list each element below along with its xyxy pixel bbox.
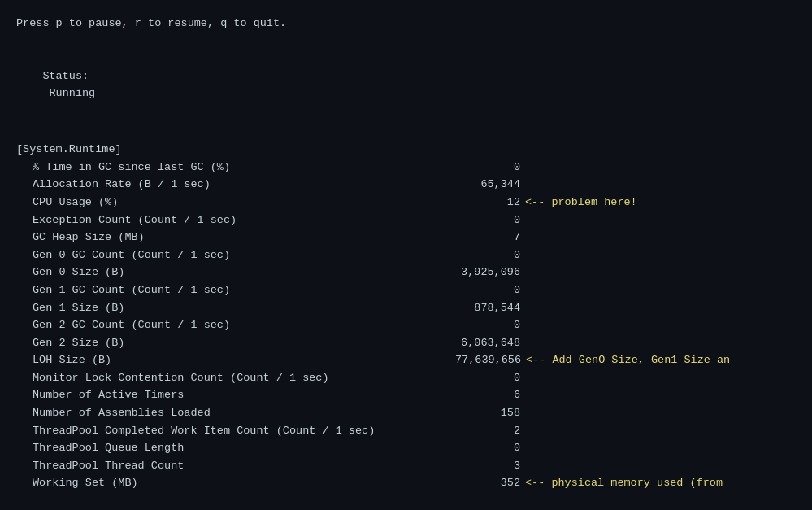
metric-label: CPU Usage (%) bbox=[33, 194, 455, 211]
metric-value: 6 bbox=[455, 386, 520, 404]
metric-value: 7 bbox=[455, 229, 520, 246]
metric-value: 0 bbox=[455, 369, 520, 387]
metric-comment: <-- problem here! bbox=[525, 194, 637, 211]
table-row: ThreadPool Thread Count3 bbox=[0, 457, 812, 475]
table-row: Gen 2 GC Count (Count / 1 sec)0 bbox=[0, 316, 812, 334]
header-instruction: Press p to pause, r to resume, q to quit… bbox=[0, 15, 812, 33]
table-row: ThreadPool Queue Length0 bbox=[0, 439, 812, 457]
table-row: ThreadPool Completed Work Item Count (Co… bbox=[0, 422, 812, 440]
metric-value: 0 bbox=[455, 439, 520, 457]
table-row: Gen 0 Size (B)3,925,096 bbox=[0, 264, 812, 281]
metric-label: ThreadPool Queue Length bbox=[33, 439, 455, 457]
table-row: Working Set (MB)352 <-- physical memory … bbox=[0, 474, 812, 492]
metric-label: Allocation Rate (B / 1 sec) bbox=[33, 176, 455, 194]
status-label: Status: bbox=[42, 70, 89, 82]
metric-value: 77,639,656 bbox=[455, 351, 521, 369]
metric-value: 0 bbox=[455, 316, 520, 334]
metric-label: ThreadPool Completed Work Item Count (Co… bbox=[33, 422, 455, 440]
metric-value: 352 bbox=[455, 474, 520, 492]
metric-label: Gen 2 GC Count (Count / 1 sec) bbox=[33, 316, 455, 334]
table-row: Number of Active Timers6 bbox=[0, 386, 812, 404]
metric-value: 6,063,648 bbox=[455, 334, 520, 352]
metric-comment: <-- Add GenO Size, Gen1 Size an bbox=[526, 351, 730, 369]
table-row: Gen 0 GC Count (Count / 1 sec)0 bbox=[0, 246, 812, 264]
metric-label: Gen 0 Size (B) bbox=[33, 264, 455, 281]
metric-value: 2 bbox=[455, 422, 520, 440]
table-row: Monitor Lock Contention Count (Count / 1… bbox=[0, 369, 812, 387]
terminal-window: Press p to pause, r to resume, q to quit… bbox=[0, 8, 812, 499]
metric-label: Gen 1 Size (B) bbox=[33, 299, 455, 317]
table-row: Gen 1 Size (B)878,544 bbox=[0, 299, 812, 317]
metric-value: 0 bbox=[455, 159, 520, 177]
metrics-list: % Time in GC since last GC (%)0Allocatio… bbox=[0, 159, 812, 492]
metric-value: 3,925,096 bbox=[455, 264, 520, 281]
table-row: Gen 1 GC Count (Count / 1 sec)0 bbox=[0, 281, 812, 299]
table-row: CPU Usage (%)12 <-- problem here! bbox=[0, 194, 812, 211]
metric-value: 12 bbox=[455, 194, 520, 211]
metric-value: 3 bbox=[455, 457, 520, 475]
metric-label: GC Heap Size (MB) bbox=[33, 229, 455, 246]
status-line: Status: Running bbox=[0, 50, 812, 120]
metric-value: 878,544 bbox=[455, 299, 520, 317]
metric-value: 65,344 bbox=[455, 176, 520, 194]
metric-label: LOH Size (B) bbox=[33, 351, 455, 369]
metric-label: Working Set (MB) bbox=[33, 474, 455, 492]
table-row: Number of Assemblies Loaded158 bbox=[0, 404, 812, 422]
metric-label: Gen 1 GC Count (Count / 1 sec) bbox=[33, 281, 455, 299]
metric-label: Number of Assemblies Loaded bbox=[33, 404, 455, 422]
table-row: Exception Count (Count / 1 sec)0 bbox=[0, 211, 812, 229]
table-row: % Time in GC since last GC (%)0 bbox=[0, 159, 812, 177]
metric-label: Gen 2 Size (B) bbox=[33, 334, 455, 352]
table-row: LOH Size (B)77,639,656 <-- Add GenO Size… bbox=[0, 351, 812, 369]
metric-value: 0 bbox=[455, 281, 520, 299]
metric-value: 0 bbox=[455, 246, 520, 264]
status-value: Running bbox=[42, 87, 95, 99]
metric-label: % Time in GC since last GC (%) bbox=[33, 159, 455, 177]
metric-label: Exception Count (Count / 1 sec) bbox=[33, 211, 455, 229]
section-header: [System.Runtime] bbox=[0, 141, 812, 159]
metric-value: 158 bbox=[455, 404, 520, 422]
table-row: Gen 2 Size (B)6,063,648 bbox=[0, 334, 812, 352]
metric-label: Gen 0 GC Count (Count / 1 sec) bbox=[33, 246, 455, 264]
metric-label: Number of Active Timers bbox=[33, 386, 455, 404]
table-row: GC Heap Size (MB)7 bbox=[0, 229, 812, 246]
metric-value: 0 bbox=[455, 211, 520, 229]
metric-label: ThreadPool Thread Count bbox=[33, 457, 455, 475]
metric-comment: <-- physical memory used (from bbox=[525, 474, 723, 492]
metric-label: Monitor Lock Contention Count (Count / 1… bbox=[33, 369, 455, 387]
table-row: Allocation Rate (B / 1 sec)65,344 bbox=[0, 176, 812, 194]
